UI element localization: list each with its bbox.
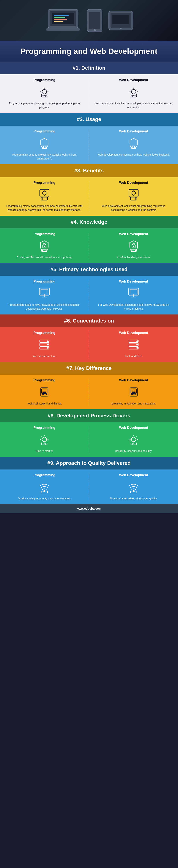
col-right-title-quality: Web Development xyxy=(119,473,148,477)
col-left-title-benefits: Programming xyxy=(34,181,56,185)
col-left-concentrates: Programming Internal architecture. xyxy=(0,327,89,362)
col-right-title-key-difference: Web Development xyxy=(119,378,148,382)
col-left-text-quality: Quality is a higher priority than time t… xyxy=(18,497,71,500)
col-right-development-process: Web Development Reliability, usability a… xyxy=(89,422,178,457)
section-concentrates: #6. Concentrates on Programming Internal… xyxy=(0,314,178,362)
col-left-key-difference: Programming Technical, Logical and think… xyxy=(0,375,89,409)
col-right-usage: Web Development Web development concentr… xyxy=(89,126,178,164)
section-body-quality: Programming Quality is a higher priority… xyxy=(0,469,178,504)
svg-point-85 xyxy=(132,437,136,442)
col-left-knowledge: Programming Coding and Technical knowled… xyxy=(0,228,89,263)
col-right-text-primary-technologies: For Web Development designers need to ha… xyxy=(95,303,173,311)
col-left-title-usage: Programming xyxy=(34,129,56,133)
main-title: Programming and Web Development xyxy=(7,47,171,56)
col-left-title-key-difference: Programming xyxy=(34,378,56,382)
col-right-title-benefits: Web Development xyxy=(119,181,148,185)
col-right-title-knowledge: Web Development xyxy=(119,232,148,236)
section-body-usage: Programming Programming used to project … xyxy=(0,126,178,164)
hero-phone-icon xyxy=(85,7,104,34)
col-left-title-knowledge: Programming xyxy=(34,232,56,236)
svg-point-30 xyxy=(42,191,46,195)
svg-rect-5 xyxy=(54,17,65,18)
section-quality: #9. Approach to Quality Delivered Progra… xyxy=(0,457,178,504)
svg-rect-6 xyxy=(54,19,67,20)
col-right-definition: Web Development Web development involved… xyxy=(89,74,178,113)
svg-rect-23 xyxy=(42,146,47,149)
svg-point-15 xyxy=(42,89,46,94)
section-definition: #1. Definition Programming Programming m… xyxy=(0,62,178,113)
main-title-section: Programming and Web Development xyxy=(0,41,178,62)
col-right-key-difference: Web Development Creativity, Imagination … xyxy=(89,375,178,409)
col-right-text-key-difference: Creativity, Imagination and Innovation. xyxy=(111,402,156,406)
section-key-difference: #7. Key Difference Programming Technical… xyxy=(0,362,178,409)
section-body-benefits: Programming Programming mainly concentra… xyxy=(0,177,178,216)
svg-point-49 xyxy=(44,294,45,295)
svg-point-43 xyxy=(133,246,134,247)
col-left-text-key-difference: Technical, Logical and thinker. xyxy=(27,402,62,406)
col-right-quality: Web Development Time to market takes pri… xyxy=(89,469,178,504)
col-left-text-concentrates: Internal architecture. xyxy=(32,354,56,358)
svg-rect-7 xyxy=(54,21,63,22)
section-title-usage: #2. Usage xyxy=(3,116,175,122)
col-right-icon-concentrates xyxy=(126,337,141,352)
section-header-quality: #9. Approach to Quality Delivered xyxy=(0,457,178,469)
col-left-usage: Programming Programming used to project … xyxy=(0,126,89,164)
col-right-title-development-process: Web Development xyxy=(119,426,148,430)
col-right-text-benefits: Web development looks what programming r… xyxy=(95,204,173,212)
section-body-concentrates: Programming Internal architecture. Web D… xyxy=(0,327,178,362)
svg-rect-26 xyxy=(131,146,136,149)
col-left-icon-concentrates xyxy=(37,337,52,352)
svg-rect-2 xyxy=(46,28,80,31)
col-left-title-quality: Programming xyxy=(34,473,56,477)
section-header-primary-technologies: #5. Primary Technologies Used xyxy=(0,263,178,276)
svg-rect-31 xyxy=(41,197,47,200)
col-right-text-development-process: Reliability, usability and security. xyxy=(115,449,152,453)
svg-rect-46 xyxy=(41,289,48,294)
svg-point-62 xyxy=(137,341,138,342)
svg-point-66 xyxy=(137,347,138,348)
hero-laptop-icon xyxy=(44,7,82,34)
svg-point-81 xyxy=(42,437,46,442)
col-left-text-primary-technologies: Programmers need to have knowledge of sc… xyxy=(6,303,83,311)
section-usage: #2. Usage Programming Programming used t… xyxy=(0,113,178,164)
col-left-text-knowledge: Coding and Technical knowledge is compul… xyxy=(17,255,72,259)
sections-container: #1. Definition Programming Programming m… xyxy=(0,62,178,504)
col-left-development-process: Programming Time to market. xyxy=(0,422,89,457)
svg-point-77 xyxy=(134,394,136,395)
col-left-quality: Programming Quality is a higher priority… xyxy=(0,469,89,504)
col-right-primary-technologies: Web Development For Web Development desi… xyxy=(89,276,178,314)
col-left-icon-quality xyxy=(37,479,52,494)
svg-point-60 xyxy=(47,347,48,348)
col-left-text-usage: Programming used to project how website … xyxy=(6,153,83,161)
svg-point-10 xyxy=(94,29,96,31)
section-title-concentrates: #6. Concentrates on xyxy=(3,318,175,324)
section-body-knowledge: Programming Coding and Technical knowled… xyxy=(0,228,178,263)
col-left-icon-key-difference xyxy=(37,384,52,399)
hero-devices xyxy=(0,0,178,41)
section-title-definition: #1. Definition xyxy=(3,65,175,71)
col-right-text-quality: Time to market takes priority over quali… xyxy=(110,497,157,500)
section-header-concentrates: #6. Concentrates on xyxy=(0,314,178,327)
footer: www.educba.com xyxy=(0,504,178,513)
col-right-title-usage: Web Development xyxy=(119,129,148,133)
col-right-icon-definition xyxy=(126,84,141,99)
col-right-icon-development-process xyxy=(126,432,141,447)
svg-rect-36 xyxy=(131,197,137,200)
section-body-development-process: Programming Time to market. Web Developm… xyxy=(0,422,178,457)
section-header-development-process: #8. Development Process Drivers xyxy=(0,409,178,422)
col-left-text-development-process: Time to market. xyxy=(35,449,54,453)
section-benefits: #3. Benefits Programming Programming mai… xyxy=(0,164,178,216)
col-left-icon-primary-technologies xyxy=(37,286,52,301)
col-right-icon-knowledge xyxy=(126,238,141,253)
col-right-icon-usage xyxy=(126,135,141,151)
svg-point-19 xyxy=(132,89,136,94)
col-right-icon-quality xyxy=(126,479,141,494)
col-left-text-definition: Programming means planning, scheduling, … xyxy=(6,101,83,109)
section-header-usage: #2. Usage xyxy=(0,113,178,126)
col-left-title-definition: Programming xyxy=(34,78,56,82)
col-left-title-concentrates: Programming xyxy=(34,331,56,335)
col-right-concentrates: Web Development Look and Feel. xyxy=(89,327,178,362)
col-left-title-development-process: Programming xyxy=(34,426,56,430)
svg-point-54 xyxy=(133,294,134,295)
col-left-icon-development-process xyxy=(37,432,52,447)
